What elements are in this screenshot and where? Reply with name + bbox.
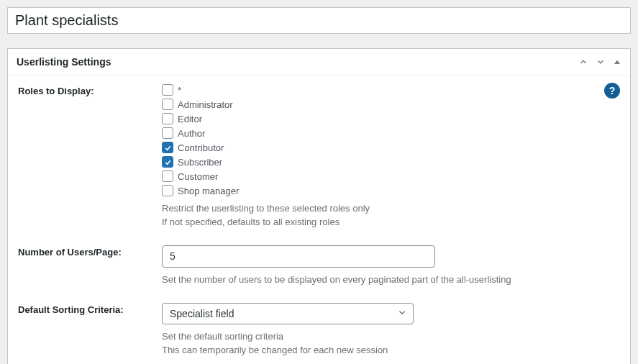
roles-label: Roles to Display: <box>18 84 162 96</box>
sorting-select[interactable]: Specialist field <box>162 303 414 324</box>
role-checkbox[interactable] <box>162 185 173 196</box>
help-icon[interactable]: ? <box>604 83 620 99</box>
userlisting-panel: Userlisting Settings ? Roles to Display:… <box>7 48 631 364</box>
users-per-page-input[interactable] <box>162 245 435 268</box>
role-item: Shop manager <box>162 185 620 196</box>
role-label: Shop manager <box>178 186 239 196</box>
roles-field: *AdministratorEditorAuthorContributorSub… <box>162 84 620 229</box>
users-per-page-row: Number of Users/Page: Set the number of … <box>18 245 620 287</box>
role-label: Administrator <box>178 99 233 110</box>
role-label: Customer <box>178 171 218 182</box>
role-label: Editor <box>178 114 202 124</box>
role-item: Administrator <box>162 99 620 110</box>
role-label: Subscriber <box>178 157 222 168</box>
sorting-hint: Set the default sorting criteria This ca… <box>162 330 620 358</box>
role-checkbox[interactable] <box>162 99 173 110</box>
sorting-label: Default Sorting Criteria: <box>18 303 162 315</box>
users-per-page-field: Set the number of users to be displayed … <box>162 245 620 287</box>
svg-marker-0 <box>614 60 620 65</box>
sorting-row: Default Sorting Criteria: Specialist fie… <box>18 303 620 358</box>
panel-title: Userlisting Settings <box>17 56 111 68</box>
sorting-select-wrap: Specialist field <box>162 303 414 324</box>
role-item: Customer <box>162 170 620 182</box>
users-per-page-label: Number of Users/Page: <box>18 245 162 258</box>
roles-checkbox-list: *AdministratorEditorAuthorContributorSub… <box>162 84 620 196</box>
role-label: Contributor <box>178 142 224 153</box>
title-input[interactable] <box>15 12 623 29</box>
role-checkbox[interactable] <box>162 113 173 124</box>
role-checkbox[interactable] <box>162 127 173 139</box>
role-item: Contributor <box>162 142 620 153</box>
panel-controls <box>578 57 621 67</box>
move-down-icon[interactable] <box>596 57 606 67</box>
role-item: Author <box>162 127 620 139</box>
role-checkbox[interactable] <box>162 142 173 153</box>
chevron-down-icon <box>397 308 407 320</box>
sorting-field: Specialist field Set the default sorting… <box>162 303 620 358</box>
sorting-select-value: Specialist field <box>170 308 234 319</box>
role-label: * <box>178 85 181 96</box>
roles-row: Roles to Display: *AdministratorEditorAu… <box>18 84 620 229</box>
title-box <box>7 7 631 34</box>
role-item: Editor <box>162 113 620 124</box>
role-item: Subscriber <box>162 156 620 168</box>
role-checkbox[interactable] <box>162 156 173 168</box>
collapse-icon[interactable] <box>613 58 621 66</box>
panel-body: ? Roles to Display: *AdministratorEditor… <box>8 76 630 364</box>
panel-header: Userlisting Settings <box>8 49 630 76</box>
role-checkbox[interactable] <box>162 170 173 182</box>
role-item: * <box>162 84 620 96</box>
users-per-page-hint: Set the number of users to be displayed … <box>162 273 620 287</box>
role-checkbox[interactable] <box>162 84 173 96</box>
role-label: Author <box>178 128 205 139</box>
roles-hint: Restrict the userlisting to these select… <box>162 202 620 229</box>
move-up-icon[interactable] <box>578 57 588 67</box>
